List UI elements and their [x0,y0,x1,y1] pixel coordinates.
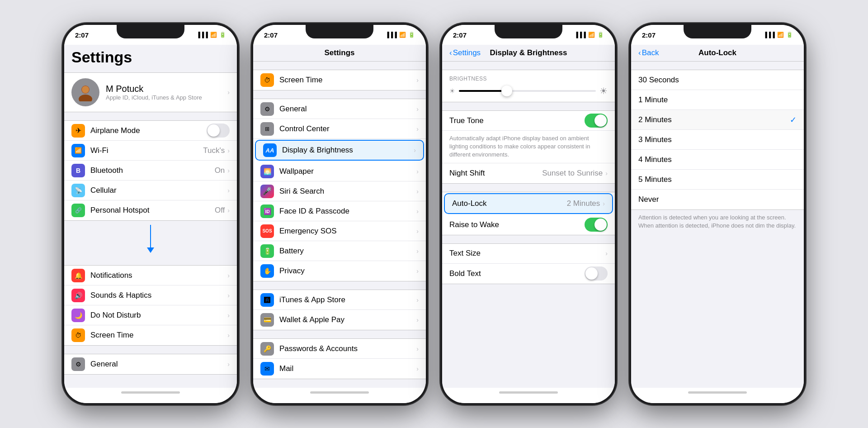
row-label-cellular: Cellular [90,186,227,195]
autolock-option-5min[interactable]: 5 Minutes [631,170,804,190]
brightness-slider[interactable] [459,90,596,92]
general-chevron: › [227,361,230,368]
raisetowake-toggle[interactable] [585,218,608,232]
bluetooth-chevron: › [227,167,230,174]
iphone-3: 2:07 ▐▐▐ 📶 🔋 ‹ Settings Display & Bright… [440,23,617,405]
autolock-option-4min[interactable]: 4 Minutes [631,150,804,170]
wallpaper-icon: 🌅 [260,165,274,178]
nav-header-4: ‹ Back Auto-Lock [631,45,804,62]
row-battery[interactable]: 🔋 Battery › [253,241,426,261]
row-dnd[interactable]: 🌙 Do Not Disturb › [64,305,237,325]
autolock-option-never[interactable]: Never [631,190,804,209]
signal-icon-2: ▐▐▐ [385,32,397,38]
row-label-nightshift: Night Shift [449,169,542,178]
emergencysos-icon: SOS [260,224,274,238]
row-truetone[interactable]: True Tone [442,111,615,131]
row-nightshift[interactable]: Night Shift Sunset to Sunrise › [442,163,615,183]
row-label-controlcenter: Control Center [279,124,416,133]
page-title-1: Settings [64,45,237,68]
row-label-dnd: Do Not Disturb [90,311,227,320]
row-itunes[interactable]: 🅰 iTunes & App Store › [253,290,426,310]
back-button-4[interactable]: ‹ Back [638,48,659,57]
back-button-3[interactable]: ‹ Settings [449,48,481,57]
brightness-label: BRIGHTNESS [449,76,608,82]
itunes-icon: 🅰 [260,293,274,307]
row-boldtext[interactable]: Bold Text [442,264,615,284]
wallpaper-chevron: › [416,168,419,175]
home-bar-3 [442,388,615,403]
autolock-label-3min: 3 Minutes [638,135,797,144]
row-cellular[interactable]: 📡 Cellular › [64,181,237,200]
row-mail[interactable]: ✉ Mail › [253,359,426,379]
truetone-description: Automatically adapt iPhone display based… [449,134,608,159]
privacy-icon: ✋ [260,264,274,278]
row-notifications[interactable]: 🔔 Notifications › [64,266,237,285]
row-wallet[interactable]: 💳 Wallet & Apple Pay › [253,310,426,330]
avatar [71,78,99,106]
signal-icon: ▐▐▐ [196,32,208,38]
airplane-toggle[interactable] [207,124,230,138]
row-general2[interactable]: ⚙ General › [253,99,426,119]
row-emergencysos[interactable]: SOS Emergency SOS › [253,221,426,241]
autolock-list: 30 Seconds 1 Minute 2 Minutes ✓ 3 Minute… [631,62,804,388]
battery-chevron: › [416,247,419,255]
profile-chevron: › [227,89,230,96]
status-time-4: 2:07 [642,31,656,39]
boldtext-toggle[interactable] [585,266,608,281]
row-label-notifications: Notifications [90,271,227,280]
row-label-autolock: Auto-Lock [452,199,567,208]
controlcenter-icon: ⊞ [260,122,274,136]
row-passwords[interactable]: 🔑 Passwords & Accounts › [253,339,426,359]
sounds-icon: 🔊 [71,289,85,302]
nightshift-chevron: › [605,170,608,177]
iphone-1: 2:07 ▐▐▐ 📶 🔋 Settings M Potu [62,23,239,405]
status-bar-3: 2:07 ▐▐▐ 📶 🔋 [442,25,615,45]
screentime2-chevron: › [416,76,419,84]
wallet-chevron: › [416,316,419,323]
row-airplane[interactable]: ✈ Airplane Mode [64,121,237,141]
row-label-hotspot: Personal Hotspot [90,206,215,215]
autolock-option-3min[interactable]: 3 Minutes [631,130,804,150]
row-faceid[interactable]: 🆔 Face ID & Passcode › [253,201,426,221]
row-raisetowake[interactable]: Raise to Wake [442,215,615,235]
displaybrightness-chevron: › [414,147,416,154]
row-general[interactable]: ⚙ General › [64,354,237,374]
row-bluetooth[interactable]: B Bluetooth On › [64,161,237,181]
row-textsize[interactable]: Text Size › [442,244,615,264]
row-wallpaper[interactable]: 🌅 Wallpaper › [253,162,426,181]
row-siri[interactable]: 🎤 Siri & Search › [253,181,426,201]
row-label-textsize: Text Size [449,249,605,258]
row-privacy[interactable]: ✋ Privacy › [253,261,426,281]
siri-chevron: › [416,188,419,195]
row-sounds[interactable]: 🔊 Sounds & Haptics › [64,285,237,305]
nav-header-3: ‹ Settings Display & Brightness [442,45,615,62]
battery-icon-2: 🔋 [408,32,415,38]
row-screentime2[interactable]: ⏱ Screen Time › [253,70,426,90]
status-icons-1: ▐▐▐ 📶 🔋 [196,32,226,38]
profile-name: M Potuck [106,84,227,94]
row-displaybrightness[interactable]: AA Display & Brightness › [255,140,424,161]
autolock-option-30sec[interactable]: 30 Seconds [631,70,804,90]
profile-row[interactable]: M Potuck Apple ID, iCloud, iTunes & App … [64,72,237,112]
faceid-icon: 🆔 [260,204,274,218]
row-label-general2: General [279,105,416,114]
row-controlcenter[interactable]: ⊞ Control Center › [253,119,426,139]
row-autolock[interactable]: Auto-Lock 2 Minutes › [444,193,613,214]
status-time-1: 2:07 [75,31,89,39]
row-label-emergencysos: Emergency SOS [279,227,416,236]
home-indicator-4 [688,391,747,394]
battery-icon-4: 🔋 [786,32,793,38]
autolock-option-2min[interactable]: 2 Minutes ✓ [631,110,804,130]
row-wifi[interactable]: 📶 Wi-Fi Tuck's › [64,141,237,161]
autolock-option-1min[interactable]: 1 Minute [631,90,804,110]
truetone-toggle[interactable] [585,114,608,128]
settings-list-1: ✈ Airplane Mode 📶 Wi-Fi Tuck's › B Bluet… [64,112,237,388]
status-time-3: 2:07 [453,31,467,39]
row-screentime[interactable]: ⏱ Screen Time › [64,325,237,345]
wallet-icon: 💳 [260,313,274,327]
row-label-screentime: Screen Time [90,331,227,340]
row-hotspot[interactable]: 🔗 Personal Hotspot Off › [64,200,237,220]
profile-subtitle: Apple ID, iCloud, iTunes & App Store [106,94,227,101]
signal-icon-3: ▐▐▐ [574,32,586,38]
status-bar-2: 2:07 ▐▐▐ 📶 🔋 [253,25,426,45]
